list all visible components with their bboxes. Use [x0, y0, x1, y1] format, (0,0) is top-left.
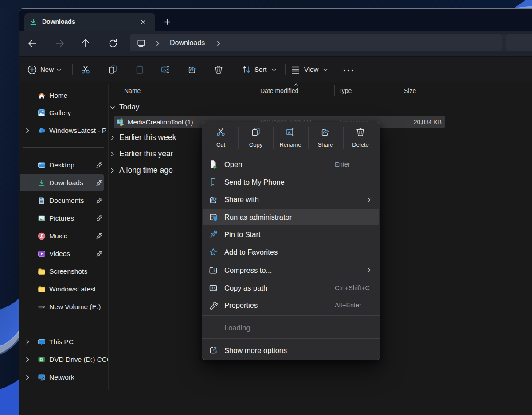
svg-text:A: A: [288, 130, 291, 135]
svg-text:A: A: [163, 67, 166, 72]
